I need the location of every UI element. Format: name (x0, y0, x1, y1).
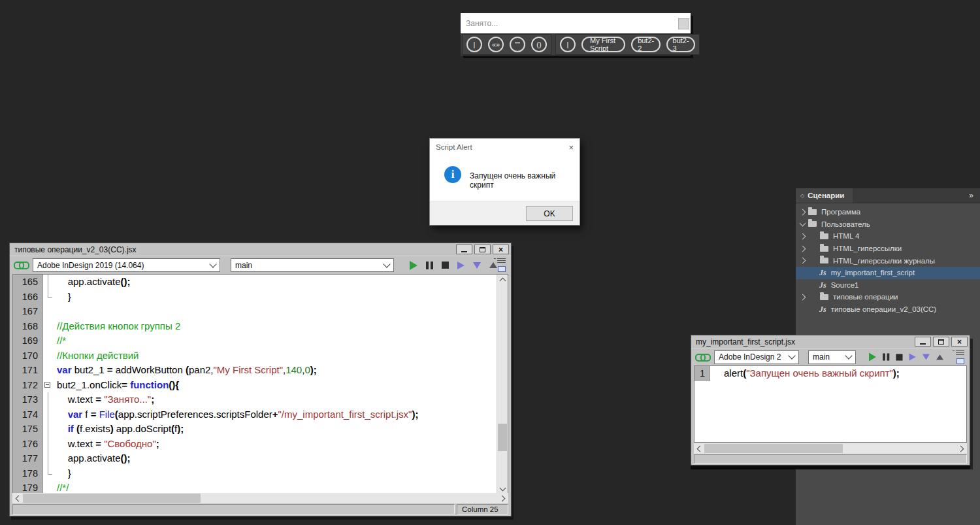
code-editor[interactable]: 1alert("Запущен очень важный скрипт"); (694, 365, 967, 443)
chevron-right-icon[interactable] (800, 209, 806, 215)
chevron-right-icon[interactable] (800, 294, 806, 301)
chevron-right-icon[interactable] (800, 258, 806, 264)
scroll-right-arrow[interactable] (956, 443, 967, 454)
chevron-right-icon[interactable] (800, 245, 806, 252)
target-app-select[interactable]: Adobe InDesign 2019 (14.064) (33, 258, 220, 272)
step-into-button[interactable] (923, 354, 930, 360)
window-controls: × (915, 337, 970, 347)
scope-select[interactable]: main (808, 350, 856, 364)
horizontal-scroll-thumb[interactable] (23, 494, 201, 503)
horizontal-scrollbar[interactable] (694, 443, 967, 454)
target-app-select[interactable]: Adobe InDesign 2019 (1 (714, 350, 799, 364)
pause-button[interactable] (426, 262, 433, 269)
chevron-right-icon[interactable] (800, 233, 806, 240)
fold-column (43, 437, 54, 452)
status-text-field[interactable]: Занято... (461, 13, 691, 33)
step-out-button[interactable] (489, 262, 497, 268)
stop-button[interactable] (896, 354, 902, 360)
chevron-down-icon[interactable] (800, 220, 806, 226)
panel-tab-icon: ◇ (800, 193, 804, 199)
step-over-button[interactable] (457, 262, 465, 269)
reference-box-icon[interactable] (498, 266, 506, 272)
window-titlebar[interactable]: my_important_first_script.jsx × (691, 335, 970, 348)
code-area: 1alert("Запущен очень важный скрипт"); (694, 366, 966, 442)
debug-buttons (410, 261, 497, 270)
panel-menu-icon[interactable]: » (969, 191, 980, 200)
line-number: 173 (13, 392, 43, 407)
horizontal-scroll-thumb[interactable] (704, 444, 843, 453)
close-button[interactable]: × (951, 337, 968, 347)
tree-item[interactable]: Пользователь (796, 218, 980, 231)
connect-link-icon[interactable] (695, 354, 710, 361)
vertical-scrollbar[interactable] (497, 275, 508, 494)
connect-link-icon[interactable] (14, 262, 29, 269)
maximize-button[interactable] (474, 245, 491, 254)
debug-buttons (869, 353, 943, 362)
minimize-button[interactable] (915, 337, 931, 347)
minimize-icon (461, 251, 467, 252)
window-titlebar[interactable]: типовые операции_v2_03(CC).jsx × (10, 243, 511, 256)
palette-button[interactable]: | (560, 37, 576, 52)
pause-button[interactable] (883, 353, 889, 360)
step-over-button[interactable] (909, 353, 916, 360)
stop-button[interactable] (442, 262, 449, 269)
tree-item[interactable]: HTML_гиперссылки журналы (796, 254, 980, 267)
code-text: alert("Запущен очень важный скрипт"); (721, 366, 900, 381)
scroll-left-arrow[interactable] (694, 443, 704, 454)
fold-column (43, 304, 54, 319)
tree-item[interactable]: HTML_гиперссылки (796, 243, 980, 255)
view-menu-icon[interactable] (497, 258, 506, 264)
status-text-value: Занято... (461, 19, 498, 28)
scroll-left-arrow[interactable] (12, 493, 23, 503)
tree-item-label: my_important_first_script (831, 269, 915, 277)
vertical-scroll-thumb[interactable] (498, 424, 507, 451)
code-editor[interactable]: 165 app.activate();166 }167168//Действия… (12, 274, 508, 495)
maximize-button[interactable] (933, 337, 949, 347)
reference-box-icon[interactable] (956, 358, 964, 364)
fold-column (43, 392, 54, 407)
tree-item[interactable]: Jsmy_important_first_script (796, 267, 980, 279)
code-line: 173 w.text = "Занято..."; (13, 392, 497, 407)
palette-group-1: |«»""() (462, 34, 551, 55)
minimize-button[interactable] (456, 245, 472, 254)
column-indicator: Column 25 (457, 504, 508, 515)
scroll-right-arrow[interactable] (498, 493, 508, 503)
dialog-titlebar[interactable]: Script Alert × (430, 139, 580, 156)
line-number: 178 (13, 466, 43, 481)
palette-button[interactable]: "" (510, 37, 525, 52)
tab-scripts[interactable]: ◇ Сценарии (796, 188, 853, 203)
ok-button[interactable]: OK (526, 206, 573, 221)
tree-item-label: HTML 4 (833, 232, 859, 240)
scope-select[interactable]: main (231, 258, 394, 272)
tree-item-label: типовые операции (833, 293, 898, 301)
fold-collapse-icon[interactable] (43, 378, 54, 393)
code-text: w.text = "Занято..."; (54, 392, 154, 407)
code-line: 171var but2_1 = addWorkButton (pan2,"My … (13, 363, 497, 378)
palette-button[interactable]: | (466, 37, 482, 52)
close-button[interactable]: × (493, 245, 509, 254)
horizontal-scrollbar[interactable] (12, 493, 508, 503)
view-menu-icon[interactable] (956, 350, 964, 356)
tree-item[interactable]: типовые операции (796, 291, 980, 303)
palette-button[interactable]: «» (488, 37, 504, 52)
close-icon[interactable]: × (568, 143, 574, 152)
palette-button[interactable]: My First Script (581, 37, 625, 52)
tree-item[interactable]: Jsтиповые операции_v2_03(CC) (796, 303, 980, 316)
code-line: 169//* (13, 333, 497, 348)
step-into-button[interactable] (473, 262, 481, 269)
scroll-up-arrow[interactable] (497, 275, 508, 285)
palette-button[interactable]: but2-3 (666, 37, 695, 52)
field-grip-icon[interactable] (678, 18, 689, 29)
step-out-button[interactable] (936, 354, 943, 360)
tree-item[interactable]: JsSource1 (796, 279, 980, 292)
palette-group-2: |My First Scriptbut2-2but2-3 (555, 34, 700, 55)
run-button[interactable] (869, 353, 876, 362)
line-number: 171 (13, 363, 43, 378)
code-line: 1alert("Запущен очень важный скрипт"); (694, 366, 966, 381)
palette-button[interactable]: () (531, 37, 547, 52)
run-button[interactable] (410, 261, 417, 270)
tree-item[interactable]: Программа (796, 206, 980, 218)
palette-button[interactable]: but2-2 (631, 37, 660, 52)
status-bar: Column 25 (12, 504, 508, 515)
tree-item[interactable]: HTML 4 (796, 230, 980, 243)
